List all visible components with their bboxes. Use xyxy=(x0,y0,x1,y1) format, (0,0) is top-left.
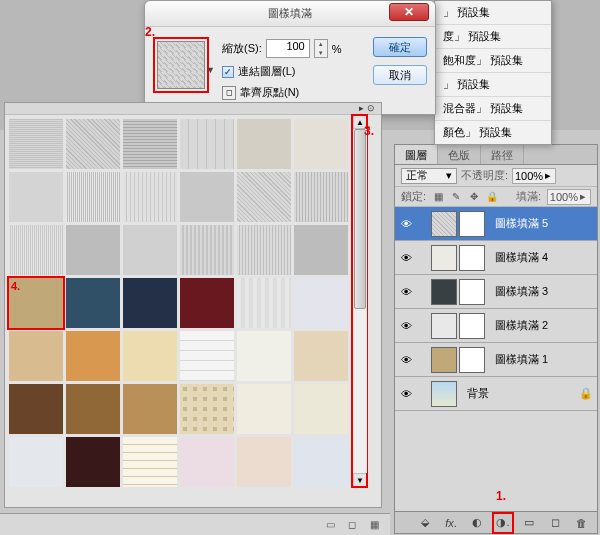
lock-brush-icon[interactable]: ✎ xyxy=(450,191,462,203)
menu-item[interactable]: 」 預設集 xyxy=(435,72,551,96)
blend-mode-select[interactable]: 正常▾ xyxy=(401,168,457,184)
preset-menu[interactable]: 」 預設集 度」 預設集 飽和度」 預設集 」 預設集 混合器」 預設集 顏色」… xyxy=(434,0,552,145)
pattern-swatch[interactable] xyxy=(179,171,235,223)
pattern-swatch[interactable] xyxy=(293,436,349,487)
pattern-swatch[interactable] xyxy=(293,171,349,223)
pattern-fill-dialog: 圖樣填滿 ✕ 2. ▼ 縮放(S): 100 ▲▼ % ✓ 連結圖層(L) ◻ … xyxy=(144,0,436,115)
lock-all-icon[interactable]: 🔒 xyxy=(486,191,498,203)
scale-spinner[interactable]: ▲▼ xyxy=(314,39,328,58)
visibility-icon[interactable]: 👁 xyxy=(399,251,413,265)
pattern-swatch[interactable] xyxy=(122,171,178,223)
pattern-swatch[interactable] xyxy=(65,277,121,329)
layer-row[interactable]: 👁背景🔒 xyxy=(395,377,597,411)
pattern-swatch[interactable] xyxy=(122,118,178,170)
menu-item[interactable]: 混合器」 預設集 xyxy=(435,96,551,120)
folder-icon[interactable]: ▭ xyxy=(521,515,537,531)
pattern-swatch[interactable] xyxy=(179,330,235,382)
pattern-swatch[interactable] xyxy=(293,224,349,276)
pattern-swatch[interactable] xyxy=(179,277,235,329)
trash-icon[interactable]: 🗑 xyxy=(573,515,589,531)
pattern-swatch[interactable] xyxy=(236,383,292,435)
pattern-swatch[interactable] xyxy=(8,118,64,170)
pattern-swatch[interactable] xyxy=(65,171,121,223)
pattern-swatch[interactable] xyxy=(65,118,121,170)
pattern-swatch[interactable] xyxy=(236,330,292,382)
layer-row[interactable]: 👁圖樣填滿 2 xyxy=(395,309,597,343)
dialog-titlebar[interactable]: 圖樣填滿 ✕ xyxy=(145,1,435,27)
pattern-swatch[interactable] xyxy=(8,171,64,223)
mask-icon[interactable]: ◐ xyxy=(469,515,485,531)
link-layers-checkbox[interactable]: ✓ xyxy=(222,66,234,78)
menu-item[interactable]: 度」 預設集 xyxy=(435,24,551,48)
pattern-swatch[interactable] xyxy=(122,224,178,276)
pattern-swatch[interactable] xyxy=(236,171,292,223)
pattern-swatch[interactable] xyxy=(236,277,292,329)
lock-move-icon[interactable]: ✥ xyxy=(468,191,480,203)
visibility-icon[interactable]: 👁 xyxy=(399,387,413,401)
opacity-input[interactable]: 100%▸ xyxy=(512,168,556,184)
snap-origin-icon[interactable]: ◻ xyxy=(222,86,236,100)
status-icon[interactable]: ◻ xyxy=(346,519,358,531)
pattern-swatch[interactable] xyxy=(179,383,235,435)
pattern-swatch[interactable] xyxy=(179,224,235,276)
pattern-swatch[interactable] xyxy=(8,383,64,435)
scroll-thumb[interactable] xyxy=(354,129,366,309)
tab-channels[interactable]: 色版 xyxy=(438,145,481,164)
scroll-down-icon[interactable]: ▼ xyxy=(353,473,367,487)
chevron-down-icon: ▾ xyxy=(446,169,452,182)
pattern-swatch[interactable] xyxy=(293,118,349,170)
pattern-swatch-dropdown[interactable] xyxy=(153,37,209,93)
status-icon[interactable]: ▭ xyxy=(324,519,336,531)
flyout-icon[interactable]: ▸ ⊙ xyxy=(359,103,375,114)
pattern-swatch[interactable] xyxy=(236,224,292,276)
pattern-swatch[interactable] xyxy=(293,277,349,329)
chevron-down-icon[interactable]: ▼ xyxy=(206,65,216,75)
pattern-swatch[interactable] xyxy=(179,118,235,170)
pattern-swatch[interactable] xyxy=(8,224,64,276)
status-icon[interactable]: ▦ xyxy=(368,519,380,531)
pattern-swatch[interactable]: 4. xyxy=(8,277,64,329)
pattern-swatch[interactable] xyxy=(8,330,64,382)
pattern-swatch[interactable] xyxy=(8,436,64,487)
layers-panel: 圖層 色版 路徑 正常▾ 不透明度: 100%▸ 鎖定: ▦ ✎ ✥ 🔒 填滿:… xyxy=(394,144,598,534)
menu-item[interactable]: 」 預設集 xyxy=(435,1,551,24)
layer-row[interactable]: 👁圖樣填滿 3 xyxy=(395,275,597,309)
pattern-swatch[interactable] xyxy=(65,224,121,276)
tab-paths[interactable]: 路徑 xyxy=(481,145,524,164)
lock-transparency-icon[interactable]: ▦ xyxy=(432,191,444,203)
visibility-icon[interactable]: 👁 xyxy=(399,217,413,231)
pattern-swatch[interactable] xyxy=(65,330,121,382)
pattern-swatch[interactable] xyxy=(236,118,292,170)
layer-name: 背景 xyxy=(467,386,489,401)
link-icon[interactable]: ⬙ xyxy=(417,515,433,531)
fx-icon[interactable]: fx. xyxy=(443,515,459,531)
layer-row[interactable]: 👁圖樣填滿 5 xyxy=(395,207,597,241)
layer-row[interactable]: 👁圖樣填滿 4 xyxy=(395,241,597,275)
layer-row[interactable]: 👁圖樣填滿 1 xyxy=(395,343,597,377)
pattern-swatch[interactable] xyxy=(65,436,121,487)
ok-button[interactable]: 確定 xyxy=(373,37,427,57)
layers-list: 👁圖樣填滿 5👁圖樣填滿 4👁圖樣填滿 3👁圖樣填滿 2👁圖樣填滿 1👁背景🔒 xyxy=(395,207,597,511)
pattern-swatch[interactable] xyxy=(122,436,178,487)
visibility-icon[interactable]: 👁 xyxy=(399,319,413,333)
new-layer-icon[interactable]: ◻ xyxy=(547,515,563,531)
scale-input[interactable]: 100 xyxy=(266,39,310,58)
pattern-swatch[interactable] xyxy=(65,383,121,435)
pattern-swatch[interactable] xyxy=(236,436,292,487)
menu-item[interactable]: 顏色」 預設集 xyxy=(435,120,551,144)
pattern-swatch[interactable] xyxy=(122,383,178,435)
adjustment-layer-icon[interactable]: ◑. xyxy=(495,515,511,531)
tab-layers[interactable]: 圖層 xyxy=(395,145,438,164)
picker-scrollbar[interactable]: ▲ ▼ xyxy=(352,115,367,487)
pattern-swatch[interactable] xyxy=(179,436,235,487)
pattern-swatch[interactable] xyxy=(293,330,349,382)
pattern-swatch[interactable] xyxy=(122,330,178,382)
pattern-swatch[interactable] xyxy=(293,383,349,435)
visibility-icon[interactable]: 👁 xyxy=(399,285,413,299)
pattern-swatch[interactable] xyxy=(122,277,178,329)
menu-item[interactable]: 飽和度」 預設集 xyxy=(435,48,551,72)
fill-input[interactable]: 100%▸ xyxy=(547,189,591,205)
visibility-icon[interactable]: 👁 xyxy=(399,353,413,367)
close-button[interactable]: ✕ xyxy=(389,3,429,21)
cancel-button[interactable]: 取消 xyxy=(373,65,427,85)
